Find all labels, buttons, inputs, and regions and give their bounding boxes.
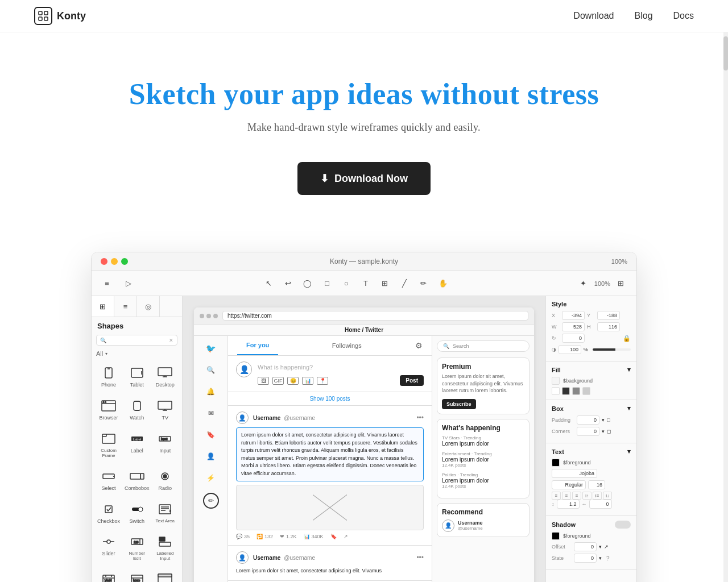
tab-for-you[interactable]: For you [237, 336, 278, 355]
gif-icon[interactable]: GIF [272, 377, 284, 385]
tab-followings[interactable]: Followings [323, 336, 371, 355]
h-input[interactable]: 116 [597, 322, 620, 331]
shape-slider[interactable]: Slider [96, 531, 121, 567]
line-tool[interactable]: ╱ [398, 277, 411, 290]
shape-search-input[interactable] [109, 337, 167, 343]
download-now-button[interactable]: ⬇ Download Now [297, 162, 431, 195]
filter-label[interactable]: All [96, 350, 103, 357]
text-color-swatch[interactable] [552, 459, 560, 467]
bookmark-action[interactable]: 🔖 [330, 534, 337, 539]
like-action[interactable]: ❤ 1.2K [280, 534, 297, 539]
minimize-dot[interactable] [111, 258, 118, 265]
nav-blog[interactable]: Blog [635, 11, 653, 21]
retweet-action[interactable]: 🔁 132 [257, 534, 273, 539]
undo-icon[interactable]: ↩ [282, 277, 295, 290]
layers-tab[interactable]: ≡ [114, 296, 137, 317]
rect-tool[interactable]: □ [321, 277, 333, 290]
swatch-medium[interactable] [572, 387, 580, 395]
shape-tablet[interactable]: Tablet [123, 363, 151, 393]
lock-icon[interactable]: 🔒 [623, 335, 631, 342]
shape-date-field[interactable]: y/m/d Date Field [96, 569, 121, 582]
text-style-2[interactable]: I≡ [593, 492, 602, 500]
y-input[interactable]: -188 [597, 311, 620, 320]
shape-tv[interactable]: TV [153, 396, 177, 426]
shape-radio[interactable]: Radio [153, 466, 177, 497]
tw-mail-icon[interactable]: ✉ [204, 406, 218, 420]
hand-tool[interactable]: ✋ [437, 277, 449, 290]
text-style-3[interactable]: I↓ [603, 492, 612, 500]
shadow-color-swatch[interactable] [552, 532, 560, 540]
fill-color-swatch[interactable] [552, 377, 560, 385]
shape-select[interactable]: Select [96, 466, 121, 497]
show-more[interactable]: Show 100 posts [228, 392, 432, 406]
assets-tab[interactable]: ◎ [137, 296, 160, 317]
menu-icon[interactable]: ≡ [101, 277, 113, 290]
swatch-white[interactable] [552, 387, 560, 395]
shape-time-field[interactable]: h:m:s Time Field [123, 569, 151, 582]
shape-watch[interactable]: Watch [123, 396, 151, 426]
opacity-input[interactable]: 100 [559, 345, 581, 354]
image-compose-icon[interactable]: 🖼 [258, 377, 269, 385]
location-icon[interactable]: 📍 [317, 377, 328, 385]
pointer-tool[interactable]: ↖ [263, 277, 275, 290]
tw-bookmark-icon[interactable]: 🔖 [204, 428, 218, 442]
text-tool[interactable]: T [359, 277, 372, 290]
tw-compose-icon[interactable]: ✏ [203, 493, 219, 509]
letter-spacing-input[interactable]: 0 [589, 500, 612, 509]
nav-docs[interactable]: Docs [673, 11, 694, 21]
shadow-help-icon[interactable]: ? [606, 555, 610, 562]
shape-checkbox[interactable]: Checkbox [96, 499, 121, 530]
tw-settings-icon[interactable]: ⚙ [415, 341, 423, 350]
tw-lightning-icon[interactable]: ⚡ [204, 471, 218, 485]
shape-custom-frame[interactable]: Custom Frame [96, 429, 121, 464]
shape-number-edit[interactable]: 123 Number Edit [123, 531, 151, 567]
tw-search-icon[interactable]: 🔍 [204, 363, 218, 377]
opacity-slider[interactable] [593, 348, 631, 351]
settings-icon[interactable]: ✦ [577, 277, 590, 290]
padding-input[interactable]: 0 [577, 415, 599, 425]
image-tool[interactable]: ⊞ [379, 277, 391, 290]
trend-name-2[interactable]: Lorem ipsum dolor [442, 456, 524, 463]
w-input[interactable]: 528 [562, 322, 585, 331]
poll-icon[interactable]: 📊 [302, 377, 313, 385]
maximize-dot[interactable] [121, 258, 128, 265]
shape-input[interactable]: Input Input [153, 429, 177, 464]
emoji-icon[interactable]: 😊 [287, 377, 299, 385]
share-action[interactable]: ↗ [344, 534, 348, 539]
weight-input[interactable]: Regular [552, 480, 586, 489]
trend-name-1[interactable]: Lorem ipsum dolor [442, 440, 524, 447]
tw-notif-icon[interactable]: 🔔 [204, 385, 218, 398]
comment-action[interactable]: 💬 35 [236, 534, 250, 539]
tw-home-icon[interactable]: 🐦 [204, 342, 218, 355]
shapes-tab[interactable]: ⊞ [92, 296, 114, 317]
canvas-area[interactable]: https://twitter.com Home / Twitter 🐦 🔍 🔔 [183, 296, 545, 582]
tw-user-icon[interactable]: 👤 [204, 450, 218, 463]
grid-icon[interactable]: ⊞ [615, 277, 627, 290]
trend-name-3[interactable]: Lorem ipsum dolor [442, 477, 524, 484]
subscribe-button[interactable]: Subscribe [442, 399, 476, 409]
compose-placeholder[interactable]: What is happening? [258, 361, 424, 375]
views-action[interactable]: 📊 340K [304, 534, 324, 539]
tweet2-more-icon[interactable]: ••• [416, 554, 424, 562]
shape-desktop[interactable]: Desktop [153, 363, 177, 393]
shape-label[interactable]: Label Label [123, 429, 151, 464]
close-dot[interactable] [101, 258, 107, 265]
swatch-dark[interactable] [562, 387, 570, 395]
shadow-toggle[interactable] [615, 521, 631, 529]
corners-input[interactable]: 0 [577, 427, 599, 436]
shadow-state-input[interactable]: 0 [574, 554, 597, 563]
align-right-btn[interactable]: ≡ [572, 492, 581, 500]
shape-panel[interactable]: Panel [153, 569, 177, 582]
shape-switch[interactable]: Switch [123, 499, 151, 530]
twitter-search-bar[interactable]: 🔍 Search [437, 340, 530, 352]
line-height-input[interactable]: 1.2 [557, 500, 580, 509]
tweet-more-icon[interactable]: ••• [416, 414, 424, 422]
shape-phone[interactable]: Phone [96, 363, 121, 393]
ellipse-tool[interactable]: ○ [340, 277, 353, 290]
shape-textarea[interactable]: Text Area [153, 499, 177, 530]
nav-download[interactable]: Download [573, 11, 614, 21]
close-search-icon[interactable]: ✕ [169, 338, 173, 343]
pen-tool[interactable]: ✏ [417, 277, 430, 290]
play-icon[interactable]: ▷ [122, 277, 135, 290]
rotation-input[interactable]: 0 [562, 334, 585, 343]
